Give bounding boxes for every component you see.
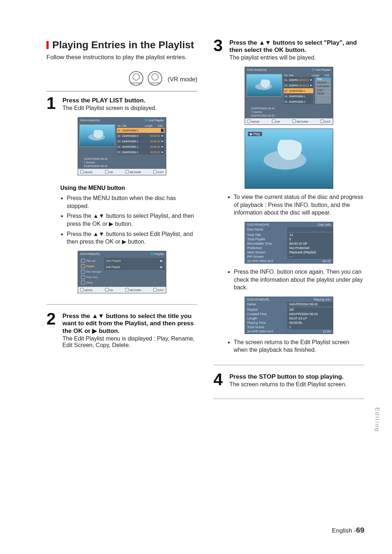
- menu-item: New Playlist▶: [104, 258, 164, 264]
- meta-scenes: 7 Scenes: [80, 161, 164, 164]
- step-3-lead: Press the ▲▼ buttons to select "Play", a…: [229, 39, 364, 54]
- sidebar-item: Setup: [79, 280, 104, 285]
- side-tab-editing: Editing: [374, 407, 380, 432]
- key-move: MOVE: [80, 170, 93, 174]
- chevron-right-icon: ▶: [161, 129, 164, 132]
- table-row: 0123/APR/2004 000:00:21▶: [284, 77, 313, 82]
- info-time: 12:00: [322, 330, 331, 333]
- info-key: Disc Name: [245, 227, 287, 232]
- step-number: 1: [46, 95, 56, 111]
- page-number: English -69: [332, 526, 365, 534]
- shot-header-right: Edit Playlist: [145, 119, 164, 122]
- info-value: 04/APR/2004 06:43: [287, 302, 333, 306]
- menu-bullet-3: Press the ▲▼ buttons to select Edit Play…: [67, 230, 197, 246]
- disc-mode-row: DVD-RAM DVD-RW (VR mode): [46, 70, 197, 92]
- info-value: Playback (Playlist): [287, 250, 333, 254]
- info-key: Total Scene: [245, 325, 287, 329]
- context-menu-edit-scene: Edit Scene: [315, 85, 331, 88]
- gear-icon: [81, 281, 85, 285]
- table-row: 0424/APR/2004 100:00:16▶: [117, 144, 164, 149]
- info-title: DVD-RAM(VR): [247, 298, 269, 301]
- info-value: - -: [287, 254, 333, 259]
- step-2-lead: Press the ▲▼ buttons to select the title…: [62, 313, 197, 335]
- screenshot-playing-info: DVD-RAM(VR)Playing Info Name04/APR/2004 …: [245, 297, 333, 334]
- info-value: 04/APR/2004 05:43: [287, 312, 333, 316]
- meta-date: 23/APR/2004 06:43: [80, 157, 164, 161]
- key-return: RETURN: [292, 119, 308, 123]
- context-menu-rename: Rename: [315, 81, 331, 85]
- thumbnail: [79, 125, 115, 147]
- info-date: 24 APR 2004 SAT: [247, 259, 273, 263]
- step-number: 3: [213, 37, 223, 54]
- key-return: RETURN: [125, 170, 141, 174]
- shot-header-right: Edit Playlist: [312, 68, 331, 72]
- clock-icon: [81, 275, 85, 279]
- screenshot-disc-info: DVD-RAM(VR)Disc Info Disc Name Total Tit…: [245, 222, 333, 264]
- menu-bullet-2: Press the ▲▼ buttons to select Playlist,…: [67, 212, 197, 228]
- sidebar-item: Disc Manager: [79, 269, 104, 274]
- step-2-sub: The Edit Playlist menu is displayed : Pl…: [62, 335, 197, 349]
- key-move: MOVE: [247, 119, 260, 123]
- info-value: [287, 227, 333, 232]
- col-no: No.: [285, 74, 289, 77]
- screenshot-edit-playlist: DVD-RAM(VR) Edit Playlist No. Title Leng…: [78, 117, 166, 175]
- disc-badge-ram: DVD-RAM: [129, 71, 143, 86]
- meta-date2: 23/APR/2004 06:43: [247, 114, 331, 118]
- key-move: MOVE: [80, 288, 93, 292]
- context-menu: Play Rename Edit Scene Copy Delete: [315, 77, 331, 104]
- table-row: 0424/APR/2004 1: [284, 93, 313, 99]
- info-key: Main Screen: [245, 250, 287, 254]
- disc-icon: [81, 270, 85, 274]
- playlist-icon: [81, 264, 85, 268]
- meta-date2: 23/APR/2004 06:43: [80, 164, 164, 168]
- info-header-right: Disc Info: [318, 223, 331, 227]
- info-key: Length: [245, 316, 287, 321]
- info-value: 1: [287, 325, 333, 329]
- step-4-sub: The screen returns to the Edit Playlist …: [229, 381, 364, 388]
- info-key: Protection: [245, 246, 287, 250]
- meta-date: 23/APR/2004 06:43: [247, 107, 331, 110]
- step-1: 1 Press the PLAY LIST button. The Edit P…: [46, 97, 197, 111]
- key-return: RETURN: [125, 288, 141, 292]
- table-row: 0223/APR/2004 000:00:03▶: [284, 82, 313, 88]
- col-edit: Edit: [158, 125, 164, 127]
- table-row: 0223/APR/2004 000:00:03▶: [117, 133, 164, 138]
- table-row: 0324/APR/2004 100:00:15▶: [117, 138, 164, 144]
- intro-text: Follow these instructions to play the pl…: [46, 54, 197, 61]
- step-4: 4 Press the STOP button to stop playing.…: [213, 373, 364, 388]
- meta-scenes: 7 Scenes: [247, 110, 331, 114]
- col-no: No.: [118, 125, 122, 127]
- table-row: 0123/APR/2004 000:00:21▶: [117, 127, 164, 133]
- screenshot-menu: DVD-RAM(VR) Playlist Title List Playlist…: [78, 251, 166, 293]
- info-value: 3/5: [287, 307, 333, 312]
- list-icon: [81, 259, 85, 263]
- info-time: 06:43: [322, 259, 331, 263]
- col-length: Length: [145, 125, 158, 127]
- shot-header-right: Playlist: [151, 252, 164, 256]
- thumbnail: [246, 74, 282, 97]
- menu-bullet-1: Press the MENU button when the disc has …: [67, 194, 197, 210]
- key-exit: EXIT: [153, 170, 164, 174]
- sidebar-item-playlist: Playlist: [79, 264, 104, 269]
- info-key: Created Time: [245, 312, 287, 316]
- info-key: Playing Time: [245, 321, 287, 325]
- context-menu-delete: Delete: [315, 92, 331, 95]
- step-1-sub: The Edit Playlist screen is displayed.: [62, 105, 197, 111]
- col-length: Length: [312, 74, 325, 77]
- shot-title: DVD-RAM(VR): [80, 252, 100, 256]
- shot-title: DVD-RAM(VR): [80, 119, 100, 122]
- step-1-lead: Press the PLAY LIST button.: [62, 97, 197, 104]
- info-key: PIP Screen: [245, 254, 287, 259]
- context-menu-copy: Copy: [315, 88, 331, 92]
- step-4-lead: Press the STOP button to stop playing.: [229, 373, 364, 380]
- screenshot-edit-playlist-popup: DVD-RAM(VR) Edit Playlist No. Title Leng…: [245, 67, 333, 125]
- col-edit: Edit: [325, 74, 331, 77]
- sidebar-item: Title List: [79, 258, 104, 264]
- info-value: 14: [287, 233, 333, 237]
- info-value: 5: [287, 237, 333, 241]
- step-3: 3 Press the ▲▼ buttons to select "Play",…: [213, 39, 364, 61]
- menu-item: Edit Playlist▶: [104, 264, 164, 270]
- info-key: Total Title: [245, 233, 287, 237]
- col-title: Title: [289, 74, 312, 77]
- key-exit: EXIT: [153, 288, 164, 292]
